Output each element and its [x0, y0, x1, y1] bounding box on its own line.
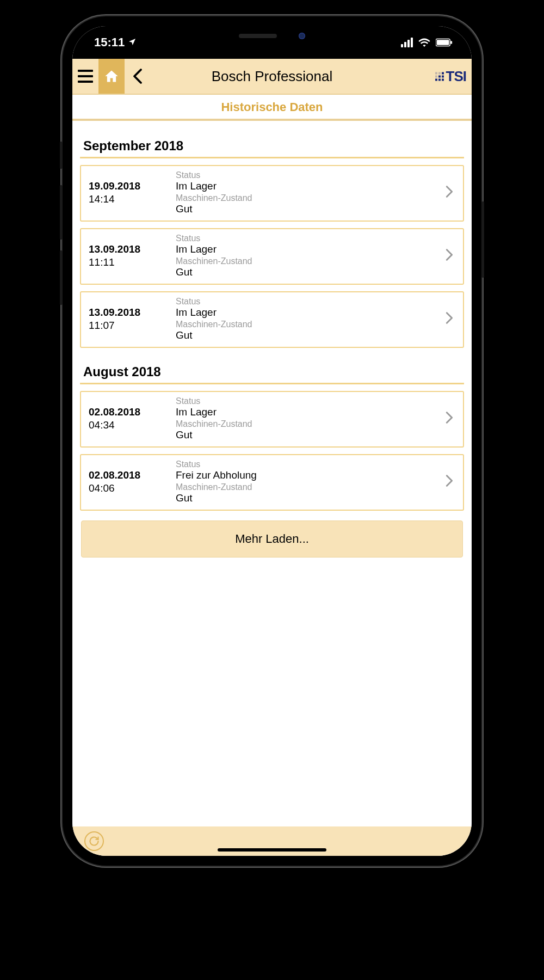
history-entry[interactable]: 13.09.201811:07StatusIm LagerMaschinen-Z… — [80, 291, 464, 348]
entry-time: 11:07 — [89, 320, 165, 332]
silence-switch — [60, 142, 63, 169]
status-label: Status — [176, 297, 435, 307]
home-indicator[interactable] — [218, 848, 326, 852]
state-value: Gut — [176, 429, 435, 441]
entry-info-col: StatusIm LagerMaschinen-ZustandGut — [176, 396, 435, 441]
bottom-bar — [72, 826, 472, 856]
load-more-button[interactable]: Mehr Laden... — [81, 520, 463, 558]
chevron-right-icon — [446, 183, 455, 202]
status-value: Frei zur Abholung — [176, 469, 435, 481]
month-header: September 2018 — [80, 131, 464, 158]
month-header: August 2018 — [80, 348, 464, 384]
state-value: Gut — [176, 203, 435, 215]
entry-date-col: 13.09.201811:07 — [89, 307, 165, 332]
status-value: Im Lager — [176, 307, 435, 318]
status-label: Status — [176, 170, 435, 180]
entry-date: 13.09.2018 — [89, 243, 165, 255]
entry-date-col: 13.09.201811:11 — [89, 243, 165, 268]
entry-date-col: 02.08.201804:06 — [89, 469, 165, 494]
logo-dots-icon — [435, 72, 444, 81]
chevron-right-icon — [446, 473, 455, 491]
state-value: Gut — [176, 492, 435, 504]
status-label: Status — [176, 460, 435, 469]
state-value: Gut — [176, 266, 435, 278]
entry-date: 19.09.2018 — [89, 180, 165, 192]
entry-info-col: StatusIm LagerMaschinen-ZustandGut — [176, 297, 435, 341]
state-label: Maschinen-Zustand — [176, 419, 435, 429]
history-entry[interactable]: 02.08.201804:34StatusIm LagerMaschinen-Z… — [80, 391, 464, 448]
entry-date: 02.08.2018 — [89, 469, 165, 481]
brand-logo: TSI — [435, 68, 466, 85]
back-button[interactable] — [125, 59, 151, 94]
history-entry[interactable]: 02.08.201804:06StatusFrei zur AbholungMa… — [80, 454, 464, 511]
refresh-button[interactable] — [84, 831, 104, 851]
entry-time: 04:06 — [89, 482, 165, 494]
status-value: Im Lager — [176, 243, 435, 255]
entry-time: 04:34 — [89, 419, 165, 431]
power-button — [481, 201, 484, 278]
status-time: 15:11 — [94, 35, 125, 50]
navbar: Bosch Professional TSI — [72, 59, 472, 94]
state-label: Maschinen-Zustand — [176, 193, 435, 203]
logo-text: TSI — [446, 68, 466, 85]
svg-rect-1 — [437, 40, 449, 45]
entry-info-col: StatusIm LagerMaschinen-ZustandGut — [176, 170, 435, 215]
entry-info-col: StatusFrei zur AbholungMaschinen-Zustand… — [176, 460, 435, 504]
state-label: Maschinen-Zustand — [176, 482, 435, 492]
notch — [190, 26, 354, 46]
status-label: Status — [176, 396, 435, 406]
phone-frame: 15:11 — [63, 16, 481, 866]
history-entry[interactable]: 13.09.201811:11StatusIm LagerMaschinen-Z… — [80, 228, 464, 285]
entry-date-col: 19.09.201814:14 — [89, 180, 165, 205]
home-button[interactable] — [98, 59, 125, 94]
state-value: Gut — [176, 329, 435, 341]
volume-up-button — [60, 185, 63, 240]
entry-date-col: 02.08.201804:34 — [89, 406, 165, 431]
status-value: Im Lager — [176, 406, 435, 418]
location-icon — [128, 35, 137, 50]
section-title: Historische Daten — [72, 94, 472, 121]
chevron-right-icon — [446, 247, 455, 265]
status-label: Status — [176, 234, 435, 243]
chevron-right-icon — [446, 409, 455, 428]
content-scroll[interactable]: September 201819.09.201814:14StatusIm La… — [72, 121, 472, 826]
entry-date: 02.08.2018 — [89, 406, 165, 418]
entry-time: 11:11 — [89, 256, 165, 268]
screen: 15:11 — [72, 26, 472, 856]
cellular-icon — [400, 38, 413, 47]
entry-info-col: StatusIm LagerMaschinen-ZustandGut — [176, 234, 435, 278]
status-value: Im Lager — [176, 180, 435, 192]
wifi-icon — [418, 38, 430, 47]
history-entry[interactable]: 19.09.201814:14StatusIm LagerMaschinen-Z… — [80, 165, 464, 222]
entry-date: 13.09.2018 — [89, 307, 165, 318]
menu-button[interactable] — [72, 59, 98, 94]
chevron-right-icon — [446, 310, 455, 328]
battery-icon — [436, 38, 453, 47]
volume-down-button — [60, 250, 63, 305]
svg-rect-2 — [450, 41, 452, 44]
state-label: Maschinen-Zustand — [176, 256, 435, 266]
state-label: Maschinen-Zustand — [176, 320, 435, 329]
entry-time: 14:14 — [89, 193, 165, 205]
